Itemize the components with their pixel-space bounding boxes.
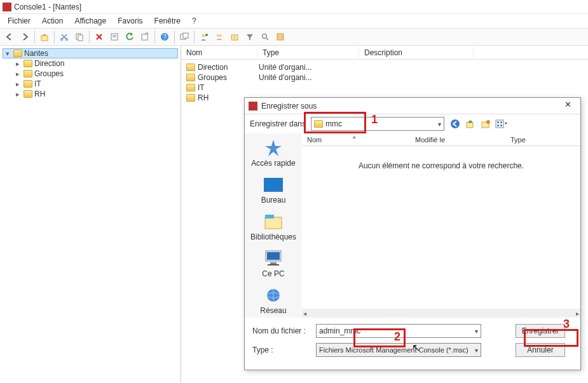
menu-file[interactable]: Fichier (3, 15, 36, 27)
list-name: RH (198, 93, 209, 102)
save-button-label: Enregistrer (522, 326, 559, 335)
new-window-icon[interactable] (177, 30, 191, 44)
svg-rect-37 (268, 264, 279, 265)
menu-action[interactable]: Action (37, 15, 68, 27)
ou-add-icon[interactable]: + (228, 30, 242, 44)
new-folder-icon[interactable] (480, 118, 491, 130)
group-add-icon[interactable] (212, 30, 226, 44)
expand-icon[interactable]: ▸ (14, 60, 22, 68)
svg-rect-21 (277, 34, 284, 40)
folder-icon (24, 70, 32, 77)
up-icon[interactable] (38, 30, 51, 44)
col-desc[interactable]: Description (359, 47, 474, 58)
svg-rect-30 (500, 124, 502, 126)
expand-icon[interactable]: ▸ (14, 90, 22, 98)
save-button[interactable]: Enregistrer (516, 324, 565, 338)
expand-icon[interactable]: ▸ (14, 70, 22, 78)
menu-help[interactable]: ? (187, 15, 202, 27)
fl-col-name[interactable]: Nom▴ (302, 135, 410, 145)
sort-asc-icon: ▴ (353, 133, 356, 140)
help-icon[interactable]: ? (158, 30, 172, 44)
view-menu-icon[interactable] (495, 118, 507, 130)
cut-icon[interactable] (57, 30, 71, 44)
expand-icon[interactable]: ▸ (14, 80, 22, 88)
filter-icon[interactable] (243, 30, 257, 44)
tree-item-direction[interactable]: ▸Direction (13, 58, 178, 69)
scrollbar[interactable]: ◂▸ (302, 309, 580, 318)
menu-fav[interactable]: Favoris (113, 15, 147, 27)
chevron-down-icon[interactable]: ▾ (438, 121, 441, 128)
tree-item-rh[interactable]: ▸RH (13, 89, 178, 99)
list-name: Groupes (198, 73, 227, 82)
up-nav-icon[interactable] (465, 118, 476, 130)
app-icon (249, 102, 257, 111)
folder-icon (13, 50, 22, 57)
export-icon[interactable] (138, 30, 152, 44)
svg-line-20 (266, 38, 268, 40)
properties-icon[interactable] (107, 30, 121, 44)
folder-icon (186, 94, 195, 102)
user-add-icon[interactable] (197, 30, 211, 44)
save-in-combo[interactable]: mmc ▾ (311, 117, 444, 131)
file-list[interactable]: Nom▴ Modifié le Type Aucun élément ne co… (302, 133, 580, 318)
col-type[interactable]: Type (257, 47, 359, 58)
menu-window[interactable]: Fenêtre (149, 15, 186, 27)
column-headers: Nom Type Description (181, 46, 588, 60)
list-item[interactable]: GroupesUnité d'organi... (186, 72, 583, 83)
tree-item-label: Direction (34, 59, 64, 68)
tree-root-label: Nantes (24, 49, 48, 58)
list-name: IT (198, 83, 205, 92)
search-icon[interactable] (258, 30, 272, 44)
col-name[interactable]: Nom (181, 47, 257, 58)
place-network[interactable]: Réseau (248, 283, 299, 318)
close-button[interactable]: ✕ (559, 100, 577, 112)
fl-col-type[interactable]: Type (505, 135, 544, 145)
folder-icon (186, 64, 195, 71)
forward-icon[interactable] (18, 30, 32, 44)
svg-point-14 (205, 34, 208, 36)
folder-icon (186, 84, 195, 91)
tree-root[interactable]: ▾ Nantes (3, 48, 178, 58)
tree-panel[interactable]: ▾ Nantes ▸Direction ▸Groupes ▸IT ▸RH (0, 46, 181, 383)
collapse-icon[interactable]: ▾ (4, 50, 11, 58)
copy-icon[interactable] (72, 30, 86, 44)
tree-item-label: Groupes (34, 69, 64, 78)
folder-icon (186, 74, 195, 81)
back-nav-icon[interactable] (449, 118, 461, 130)
place-desktop[interactable]: Bureau (248, 173, 299, 207)
chevron-down-icon[interactable]: ▾ (475, 328, 478, 335)
list-item[interactable]: DirectionUnité d'organi... (186, 62, 583, 72)
back-icon[interactable] (3, 30, 17, 44)
menu-bar: Fichier Action Affichage Favoris Fenêtre… (0, 14, 588, 28)
ad-icon[interactable] (273, 30, 287, 44)
place-libraries[interactable]: Bibliothèques (248, 210, 299, 244)
empty-message: Aucun élément ne correspond à votre rech… (302, 161, 580, 170)
scroll-right-icon[interactable]: ▸ (576, 310, 579, 317)
refresh-icon[interactable] (123, 30, 137, 44)
filename-input[interactable]: admin_mmc ▾ (316, 324, 481, 338)
cancel-button[interactable]: Annuler (516, 343, 565, 357)
menu-view[interactable]: Affichage (69, 15, 111, 27)
scroll-left-icon[interactable]: ◂ (303, 310, 306, 317)
filetype-combo[interactable]: Fichiers Microsoft Management Console (*… (316, 343, 481, 357)
svg-rect-27 (497, 121, 499, 123)
tree-item-it[interactable]: ▸IT (13, 79, 178, 89)
tree-item-groupes[interactable]: ▸Groupes (13, 69, 178, 79)
delete-icon[interactable] (92, 30, 106, 44)
place-label: Accès rapide (249, 159, 297, 168)
place-pc[interactable]: Ce PC (248, 246, 299, 281)
dialog-titlebar: Enregistrer sous ✕ (245, 98, 580, 114)
place-quick[interactable]: Accès rapide (248, 136, 299, 170)
filename-value: admin_mmc (319, 326, 360, 335)
list-item[interactable]: IT (186, 83, 583, 93)
window-title: Console1 - [Nantes] (14, 3, 81, 11)
svg-rect-28 (500, 121, 502, 123)
cancel-button-label: Annuler (527, 346, 553, 354)
save-in-value: mmc (325, 119, 342, 128)
chevron-down-icon[interactable]: ▾ (475, 347, 478, 354)
fl-col-modified[interactable]: Modifié le (410, 135, 505, 145)
save-in-label: Enregistrer dans (250, 119, 306, 128)
places-bar: Accès rapide Bureau Bibliothèques Ce PC … (245, 133, 302, 318)
svg-rect-32 (265, 217, 282, 229)
folder-icon (24, 60, 32, 67)
